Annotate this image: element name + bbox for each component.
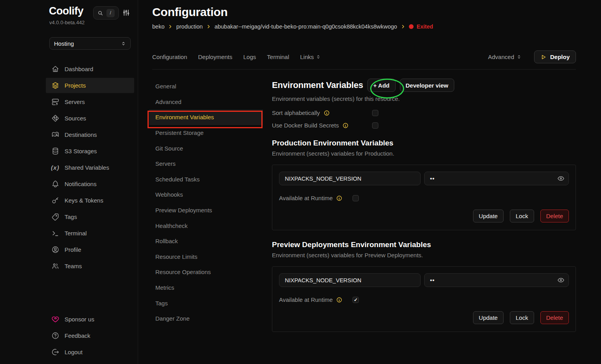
server-icon: [51, 98, 59, 106]
env-value-input[interactable]: [424, 273, 569, 287]
terminal-icon: [51, 229, 59, 237]
selector-chevrons-icon: [516, 54, 522, 59]
sidebar-item-profile[interactable]: Profile: [46, 242, 134, 257]
sidebar-menu: Dashboard Projects Servers Sources Desti…: [46, 61, 134, 275]
env-value-input[interactable]: [424, 172, 569, 185]
sidebar-item-sources[interactable]: Sources: [46, 111, 134, 126]
update-button[interactable]: Update: [473, 311, 504, 324]
subnav-preview-deployments[interactable]: Preview Deployments: [149, 203, 272, 218]
info-icon: [342, 122, 349, 129]
available-at-runtime-checkbox[interactable]: ✓: [353, 297, 359, 303]
available-at-runtime-row: Available at Runtime ✓: [279, 296, 569, 303]
sidebar-item-tags[interactable]: Tags: [46, 209, 134, 224]
sidebar-item-s3-storages[interactable]: S3 Storages: [46, 143, 134, 159]
preview-env-title: Preview Deployments Environment Variable…: [272, 240, 576, 249]
sort-alphabetically-checkbox[interactable]: [372, 110, 378, 116]
sidebar-item-sponsor-us[interactable]: Sponsor us: [46, 312, 134, 327]
home-icon: [51, 65, 59, 73]
subnav-danger-zone[interactable]: Danger Zone: [149, 311, 272, 326]
sidebar-item-dashboard[interactable]: Dashboard: [46, 61, 134, 77]
subnav-resource-limits[interactable]: Resource Limits: [149, 249, 272, 265]
lock-button[interactable]: Lock: [510, 210, 534, 222]
status-dot-icon: [409, 24, 414, 29]
page-title: Configuration: [152, 5, 576, 19]
status-badge: Exited: [409, 23, 433, 30]
sidebar-item-logout[interactable]: Logout: [46, 344, 134, 360]
subnav-servers[interactable]: Servers: [149, 156, 272, 172]
tab-deployments[interactable]: Deployments: [198, 54, 232, 60]
available-at-runtime-checkbox[interactable]: [353, 195, 359, 201]
subnav-scheduled-tasks[interactable]: Scheduled Tasks: [149, 172, 272, 187]
docker-build-secrets-row: Use Docker Build Secrets: [272, 122, 576, 129]
database-icon: [51, 147, 59, 155]
env-key-input[interactable]: [279, 172, 421, 185]
heart-hands-icon: [51, 315, 59, 323]
sidebar-item-feedback[interactable]: Feedback: [46, 328, 134, 343]
settings-subnav: General Advanced Environment Variables P…: [149, 79, 272, 332]
tab-links[interactable]: Links: [300, 54, 321, 60]
team-selector[interactable]: Hosting: [49, 37, 131, 50]
subnav-persistent-storage[interactable]: Persistent Storage: [149, 125, 272, 141]
production-env-subtitle: Environment (secrets) variables for Prod…: [272, 150, 576, 157]
subnav-webhooks[interactable]: Webhooks: [149, 187, 272, 203]
breadcrumb: beko production abubakar--meigag/vid-tub…: [152, 23, 576, 30]
breadcrumb-resource[interactable]: abubakar--meigag/vid-tube-beko-pro:main-…: [214, 23, 397, 30]
advanced-dropdown[interactable]: Advanced: [488, 54, 522, 60]
info-icon: [336, 195, 342, 201]
deploy-button[interactable]: Deploy: [534, 50, 576, 63]
sidebar-item-servers[interactable]: Servers: [46, 94, 134, 109]
info-icon: [336, 297, 342, 303]
env-key-input[interactable]: [279, 273, 421, 287]
tab-bar: Configuration Deployments Logs Terminal …: [152, 50, 576, 63]
key-icon: [51, 196, 59, 204]
search-button[interactable]: /: [93, 6, 119, 20]
docker-build-secrets-checkbox[interactable]: [372, 122, 378, 129]
chevron-right-icon: [168, 24, 173, 29]
breadcrumb-environment[interactable]: production: [176, 23, 203, 30]
sidebar-item-terminal[interactable]: Terminal: [46, 226, 134, 241]
sidebar-item-shared-variables[interactable]: (x) Shared Variables: [46, 160, 134, 175]
tab-logs[interactable]: Logs: [243, 54, 256, 60]
subnav-environment-variables[interactable]: Environment Variables: [149, 109, 263, 125]
sidebar-item-projects[interactable]: Projects: [46, 78, 134, 93]
tab-divider: [152, 69, 576, 70]
subnav-git-source[interactable]: Git Source: [149, 140, 272, 156]
sidebar-item-notifications[interactable]: Notifications: [46, 176, 134, 192]
tab-terminal[interactable]: Terminal: [267, 54, 289, 60]
developer-view-button[interactable]: Developer view: [400, 79, 454, 92]
eye-icon: [557, 276, 565, 284]
main-panel: Configuration beko production abubakar--…: [138, 0, 601, 364]
lock-button[interactable]: Lock: [510, 311, 534, 324]
subnav-metrics[interactable]: Metrics: [149, 280, 272, 296]
layers-icon: [51, 81, 59, 90]
settings-sliders-icon[interactable]: [122, 9, 130, 17]
preview-env-subtitle: Environment (secrets) variables for Prev…: [272, 252, 576, 258]
subnav-advanced[interactable]: Advanced: [149, 94, 272, 110]
sidebar-item-keys-tokens[interactable]: Keys & Tokens: [46, 193, 134, 208]
reveal-value-button[interactable]: [557, 175, 565, 182]
selector-chevrons-icon: [121, 41, 126, 46]
sidebar-item-teams[interactable]: Teams: [46, 258, 134, 274]
docker-build-secrets-label: Use Docker Build Secrets: [272, 122, 339, 129]
sort-alphabetically-label: Sort alphabetically: [272, 109, 320, 116]
subnav-general[interactable]: General: [149, 79, 272, 94]
sort-alphabetically-row: Sort alphabetically: [272, 109, 576, 116]
delete-button[interactable]: Delete: [540, 210, 569, 222]
subnav-healthcheck[interactable]: Healthcheck: [149, 218, 272, 233]
sidebar-item-destinations[interactable]: Destinations: [46, 127, 134, 142]
subnav-tags[interactable]: Tags: [149, 295, 272, 311]
env-variables-title: Environment Variables: [272, 80, 363, 90]
info-icon: [324, 110, 330, 116]
subnav-resource-operations[interactable]: Resource Operations: [149, 264, 272, 280]
update-button[interactable]: Update: [473, 210, 504, 222]
subnav-rollback[interactable]: Rollback: [149, 233, 272, 249]
delete-button[interactable]: Delete: [540, 311, 569, 324]
env-variables-subtitle: Environment variables (secrets) for this…: [272, 95, 576, 102]
production-env-title: Production Environment Variables: [272, 139, 576, 147]
add-variable-button[interactable]: + Add: [367, 79, 396, 92]
reveal-value-button[interactable]: [557, 276, 565, 284]
tab-configuration[interactable]: Configuration: [152, 54, 187, 60]
production-env-var-card: Available at Runtime Update Lock Delete: [272, 165, 576, 230]
breadcrumb-project[interactable]: beko: [152, 23, 164, 30]
eye-icon: [557, 175, 565, 182]
